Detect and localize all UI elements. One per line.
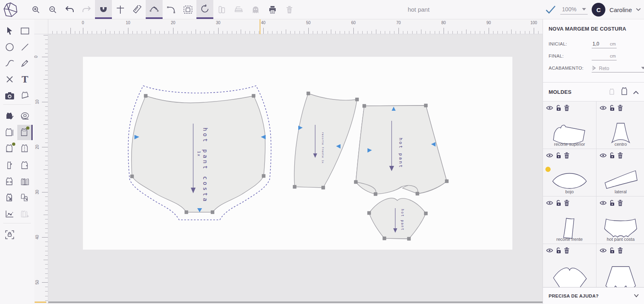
visibility-eye-icon[interactable] (546, 153, 553, 158)
fabric-roll-icon[interactable] (213, 0, 230, 19)
acabamento-select[interactable]: Reto (592, 64, 644, 72)
rectangle-tool[interactable] (17, 23, 33, 39)
moldes-title: MOLDES (549, 89, 572, 95)
unlock-icon[interactable] (556, 152, 561, 159)
molde-cell-recorte-frente[interactable]: recorte frente (543, 196, 596, 244)
molde-cell-bojo[interactable]: bojo (543, 149, 596, 196)
final-input[interactable]: cm (592, 52, 617, 60)
scan-lock-tool[interactable] (2, 227, 17, 242)
visibility-eye-icon[interactable] (546, 248, 553, 253)
visibility-eye-icon[interactable] (600, 201, 607, 205)
cross-guide-icon[interactable] (112, 0, 129, 19)
magnet-snap-icon[interactable] (95, 0, 112, 19)
molde-cell-hot-pant-costa[interactable]: hot pant costa (597, 196, 644, 244)
pieces-stack-tool[interactable] (17, 174, 33, 189)
trash-icon[interactable] (617, 152, 623, 159)
zoom-out-icon[interactable] (44, 0, 61, 19)
ghost-preview-icon[interactable] (247, 0, 264, 19)
pattern-piece-hot-pant-small[interactable]: hot pant (367, 198, 427, 240)
grading-chart-tool[interactable] (2, 206, 17, 221)
unlock-icon[interactable] (609, 105, 615, 111)
piece-small-icon[interactable] (609, 88, 615, 97)
zoom-select[interactable]: 100% (560, 5, 588, 14)
camera-tool[interactable] (2, 88, 17, 103)
pieces-copy-tool[interactable] (17, 190, 33, 205)
corner-curve-icon[interactable] (163, 0, 180, 19)
horizontal-scrollbar[interactable] (48, 302, 543, 303)
piece-seam-tool[interactable] (2, 125, 17, 140)
trash-icon[interactable] (617, 200, 623, 206)
visibility-eye-icon[interactable] (600, 105, 607, 110)
app-logo-icon[interactable] (0, 0, 21, 19)
pattern-piece-hot-pant-front[interactable]: hot pant (354, 104, 448, 196)
trash-icon[interactable] (564, 247, 570, 254)
molde-cell-7[interactable] (543, 244, 596, 287)
inicial-label: INICIAL: (549, 41, 567, 46)
piece-dashed-tool[interactable] (17, 141, 33, 156)
trash-icon[interactable] (564, 105, 570, 111)
molde-cell-recorte-superior[interactable]: recorte superior (543, 101, 596, 149)
redo-icon[interactable] (78, 0, 95, 19)
unlock-icon[interactable] (556, 200, 561, 206)
approve-piece-tool[interactable] (2, 109, 17, 124)
cut-piece-tool[interactable] (17, 88, 33, 103)
right-panel: NOVA MARGEM DE COSTURA INICIAL: 1,0 cm F… (543, 19, 644, 304)
measure-tape-tool[interactable] (17, 109, 33, 124)
curve-tool[interactable] (2, 56, 17, 71)
trash-icon[interactable] (564, 200, 570, 206)
pieces-add-tool[interactable] (17, 206, 33, 221)
text-tool[interactable]: T (17, 72, 33, 87)
piece-notch-tool[interactable] (17, 158, 33, 173)
molde-cell-centro[interactable]: centro (597, 101, 644, 149)
unlock-icon[interactable] (609, 152, 615, 159)
rotate-icon[interactable] (196, 0, 213, 19)
select-tool[interactable] (2, 23, 17, 39)
molde-cell-8[interactable] (597, 244, 644, 287)
undo-icon[interactable] (61, 0, 78, 19)
molde-label: bojo (543, 189, 596, 194)
drawing-canvas[interactable]: hot pant costa 1x recorte frente 1x (48, 34, 543, 304)
collapse-chevron-up-icon[interactable] (633, 89, 639, 96)
visibility-eye-icon[interactable] (546, 201, 553, 205)
trash-icon[interactable] (617, 105, 623, 111)
trash-icon[interactable] (617, 247, 623, 254)
visibility-eye-icon[interactable] (546, 105, 553, 110)
zoom-in-icon[interactable] (27, 0, 44, 19)
bezier-curve-icon[interactable] (146, 0, 163, 19)
help-bar[interactable]: PRECISA DE AJUDA? (543, 287, 644, 304)
seam-section-title: NOVA MARGEM DE COSTURA (549, 26, 626, 32)
document-title[interactable]: hot pant (378, 6, 459, 13)
visibility-eye-icon[interactable] (600, 248, 607, 253)
ruler-measure-icon[interactable] (129, 0, 146, 19)
trash-icon[interactable] (281, 0, 298, 19)
piece-large-icon[interactable] (620, 87, 628, 97)
piece-export-tool[interactable] (2, 190, 17, 205)
piece-fold-tool[interactable] (2, 174, 17, 189)
avatar[interactable]: C (592, 3, 605, 17)
delete-point-tool[interactable] (2, 72, 17, 87)
line-tool[interactable] (17, 39, 33, 55)
fabric-stack-icon[interactable] (230, 0, 247, 19)
pattern-piece-recorte-frente[interactable]: recorte frente 1x (293, 92, 359, 189)
vertical-ruler[interactable]: 01020304050 (34, 34, 48, 304)
piece-label: hot pant (398, 138, 403, 169)
horizontal-ruler[interactable]: 0102030405060708090100 (34, 19, 543, 34)
marquee-select-piece-icon[interactable] (180, 0, 196, 19)
unlock-icon[interactable] (556, 247, 561, 254)
inicial-input[interactable]: 1,0 cm (592, 40, 617, 48)
unlock-icon[interactable] (556, 105, 561, 111)
print-icon[interactable] (264, 0, 281, 19)
unlock-icon[interactable] (609, 200, 615, 206)
unlock-icon[interactable] (609, 247, 615, 254)
circle-tool[interactable] (2, 39, 17, 55)
visibility-eye-icon[interactable] (600, 153, 607, 158)
piece-selected-tool[interactable] (17, 125, 33, 140)
piece-side-tool[interactable] (2, 158, 17, 173)
user-menu-chevron-icon[interactable] (636, 8, 641, 11)
molde-cell-lateral[interactable]: lateral (597, 149, 644, 196)
trash-icon[interactable] (564, 152, 570, 159)
pencil-tool[interactable] (17, 56, 33, 71)
piece-marked-tool[interactable] (2, 141, 17, 156)
pattern-piece-hot-pant-costa[interactable]: hot pant costa 1x (128, 86, 271, 220)
user-name[interactable]: Caroline (609, 6, 632, 13)
